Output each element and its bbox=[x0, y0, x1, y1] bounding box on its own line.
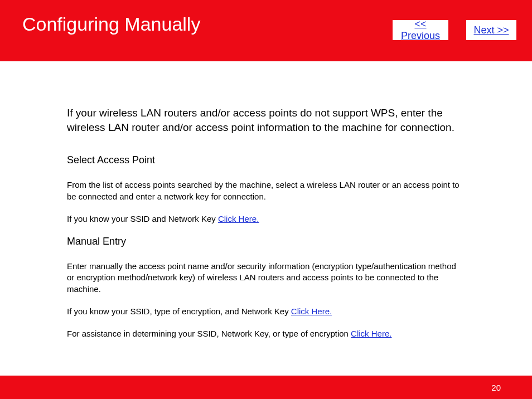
ssid-networkkey-line: If you know your SSID and Network Key Cl… bbox=[67, 213, 465, 225]
click-here-ssid-key[interactable]: Click Here. bbox=[218, 214, 259, 223]
footer-banner: 20 bbox=[0, 376, 532, 399]
next-button[interactable]: Next >> bbox=[466, 20, 516, 40]
section-manual-entry-body: Enter manually the access point name and… bbox=[67, 261, 465, 295]
main-content: If your wireless LAN routers and/or acce… bbox=[0, 61, 532, 339]
section-select-access-point-body: From the list of access points searched … bbox=[67, 179, 465, 202]
intro-text: If your wireless LAN routers and/or acce… bbox=[67, 106, 465, 134]
header-banner: Configuring Manually << Previous Next >> bbox=[0, 0, 532, 61]
page-number: 20 bbox=[491, 383, 501, 392]
section-select-access-point-label: Select Access Point bbox=[67, 154, 465, 166]
click-here-assistance[interactable]: Click Here. bbox=[351, 329, 391, 338]
section-manual-entry-label: Manual Entry bbox=[67, 236, 465, 247]
ssid-encryption-key-prefix: If you know your SSID, type of encryptio… bbox=[67, 306, 291, 316]
page-title: Configuring Manually bbox=[22, 13, 200, 35]
assistance-line: For assistance in determining your SSID,… bbox=[67, 328, 465, 339]
assistance-prefix: For assistance in determining your SSID,… bbox=[67, 329, 351, 338]
ssid-encryption-key-line: If you know your SSID, type of encryptio… bbox=[67, 306, 465, 317]
ssid-networkkey-prefix: If you know your SSID and Network Key bbox=[67, 214, 218, 223]
click-here-ssid-encryption-key[interactable]: Click Here. bbox=[291, 306, 332, 316]
previous-button[interactable]: << Previous bbox=[393, 20, 448, 40]
